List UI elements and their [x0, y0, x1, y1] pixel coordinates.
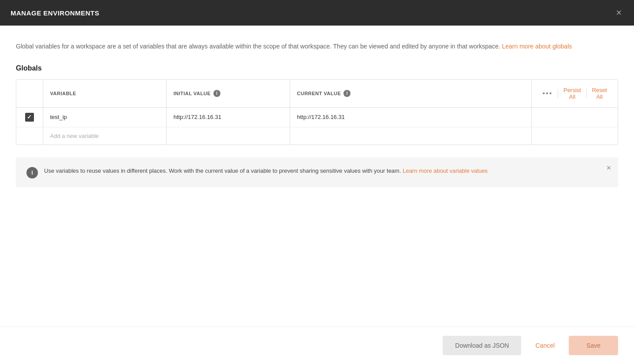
table-row: test_ip http://172.16.16.31 http://172.1… [16, 107, 618, 127]
manage-environments-modal: MANAGE ENVIRONMENTS × Global variables f… [0, 0, 634, 364]
save-button[interactable]: Save [569, 336, 618, 355]
globals-title: Globals [16, 64, 618, 72]
persist-all-button[interactable]: Persist All [560, 85, 585, 102]
initial-value-column-header: INITIAL VALUE i [166, 80, 290, 108]
globals-table-wrapper: VARIABLE INITIAL VALUE i CURRENT VA [16, 79, 618, 145]
close-button[interactable]: × [614, 8, 623, 18]
learn-more-variables-link[interactable]: Learn more about variable values [403, 167, 488, 174]
row-checkbox-cell[interactable] [16, 107, 43, 127]
variable-cell: test_ip [43, 107, 166, 127]
add-current-cell[interactable] [290, 127, 532, 145]
table-actions-header: ••• Persist All Reset All [532, 80, 618, 108]
add-variable-placeholder: Add a new variable [50, 133, 99, 139]
reset-all-button[interactable]: Reset All [588, 85, 611, 102]
modal-title: MANAGE ENVIRONMENTS [11, 9, 99, 17]
current-value-column-header: CURRENT VALUE i [290, 80, 532, 108]
ellipsis-button[interactable]: ••• [539, 89, 556, 97]
current-value-cell: http://172.16.16.31 [290, 107, 532, 127]
globals-table: VARIABLE INITIAL VALUE i CURRENT VA [16, 80, 618, 145]
add-initial-cell[interactable] [166, 127, 290, 145]
download-json-button[interactable]: Download as JSON [443, 336, 521, 355]
initial-value-cell: http://172.16.16.31 [166, 107, 290, 127]
modal-footer: Download as JSON Cancel Save [0, 327, 634, 364]
divider [558, 89, 558, 98]
cancel-button[interactable]: Cancel [528, 336, 562, 355]
info-banner-icon: i [26, 167, 38, 178]
row-actions-cell [532, 107, 618, 127]
learn-more-globals-link[interactable]: Learn more about globals [502, 43, 572, 50]
info-banner-close-button[interactable]: × [606, 163, 611, 173]
info-banner: i Use variables to reuse values in diffe… [16, 157, 618, 187]
checkbox-checked-icon[interactable] [25, 113, 34, 122]
info-banner-text: Use variables to reuse values in differe… [44, 166, 608, 176]
add-row-checkbox-cell [16, 127, 43, 145]
divider-2 [586, 89, 587, 98]
modal-header: MANAGE ENVIRONMENTS × [0, 0, 634, 26]
current-value-info-icon[interactable]: i [343, 90, 351, 97]
add-variable-row: Add a new variable [16, 127, 618, 145]
description-text: Global variables for a workspace are a s… [16, 41, 618, 52]
variable-column-header: VARIABLE [43, 80, 166, 108]
add-variable-cell[interactable]: Add a new variable [43, 127, 166, 145]
checkbox-column-header [16, 80, 43, 108]
modal-body: Global variables for a workspace are a s… [0, 26, 634, 327]
initial-value-info-icon[interactable]: i [213, 90, 220, 97]
add-actions-cell [532, 127, 618, 145]
globals-section: Globals VARIABLE INITIAL VALUE [16, 64, 618, 187]
